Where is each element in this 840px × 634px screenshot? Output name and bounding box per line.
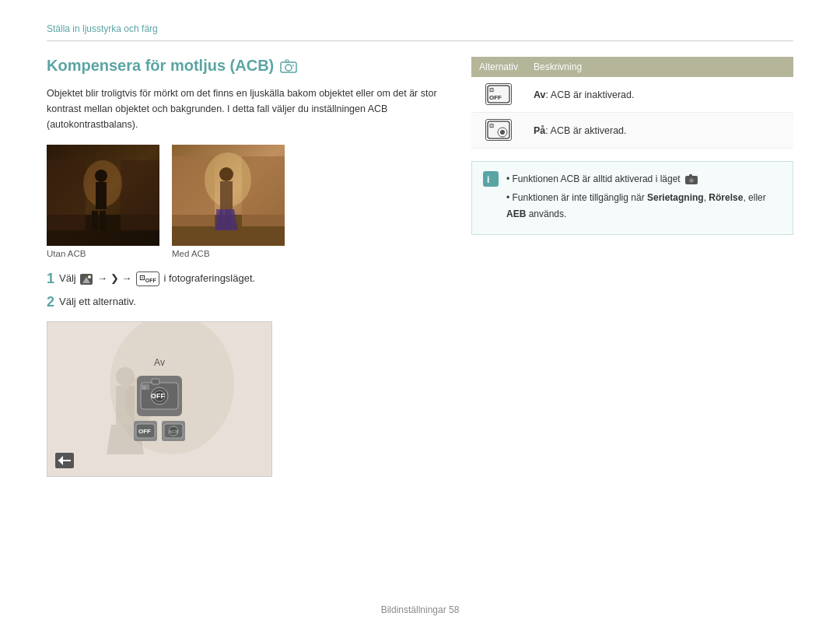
on-icon-svg: ⊡ [487,121,510,139]
note-line-1: • Funktionen ACB är alltid aktiverad i l… [506,171,782,187]
step-1: 1 Välj → ❯ → ⊡OFF [47,271,440,288]
svg-text:OFF: OFF [138,428,151,435]
step-2: 2 Välj ett alternativ. [47,294,440,311]
svg-point-18 [219,167,233,181]
table-cell-icon-on: ⊡ [471,113,526,149]
table-header-alt: Alternativ [471,57,526,77]
svg-rect-22 [225,209,232,230]
table-cell-desc-on: På: ACB är aktiverad. [526,113,793,149]
note-bold-aeb: AEB [506,208,526,219]
photo-without-acb: Utan ACB [47,145,159,258]
note-icon-wrapper: i [483,171,499,191]
camera-icon [280,59,297,73]
alternatives-table: Alternativ Beskrivning ⊡ OFF [471,57,793,149]
acb-icon-svg: OFF ⊡ [139,378,180,414]
svg-text:i: i [487,174,489,185]
left-column: Kompensera för motljus (ACB) Objektet bl… [47,57,440,477]
preview-large-acb-icon[interactable]: OFF ⊡ [137,376,182,416]
note-content: • Funktionen ACB är alltid aktiverad i l… [506,171,782,225]
svg-rect-7 [121,160,159,230]
photo-comparison: Utan ACB [47,145,440,258]
acb-off-inline-icon: ⊡OFF [139,273,156,285]
table-cell-icon-off: ⊡ OFF [471,77,526,113]
step-1-number: 1 [47,271,54,288]
pa-bold: På [534,125,545,136]
svg-text:ACB: ACB [169,429,178,434]
svg-point-25 [88,275,91,278]
camera-preview-box: Av OFF [47,321,272,477]
svg-rect-6 [47,160,86,230]
acb-on-icon: ⊡ [485,119,512,141]
svg-text:⊡: ⊡ [142,385,145,390]
svg-text:⊡: ⊡ [489,87,494,93]
svg-text:OFF: OFF [151,392,165,400]
photo-label-without: Utan ACB [47,249,159,258]
svg-point-1 [285,65,292,71]
content-row: Kompensera för motljus (ACB) Objektet bl… [47,57,793,477]
av-bold: Av [534,89,546,100]
table-row: ⊡ OFF Av: ACB är inaktiverad. [471,77,793,113]
small-on-icon-svg: ACB [163,422,184,440]
title-text: Kompensera för motljus (ACB) [47,57,274,75]
svg-rect-30 [116,386,135,425]
svg-rect-10 [96,182,107,209]
description-text: Objektet blir troligtvis för mörkt om de… [47,86,440,132]
svg-rect-11 [92,211,98,230]
svg-point-53 [500,130,505,135]
svg-rect-12 [100,211,106,230]
preview-back-button[interactable] [55,453,74,468]
svg-rect-21 [216,209,223,230]
svg-point-3 [292,65,294,66]
preview-small-icons-row: OFF ACB [134,421,185,441]
step-1-text: Välj → ❯ → ⊡OFF i fotograferingsläget. [59,271,255,286]
svg-rect-54 [483,171,499,187]
note-bold-rorelse: Rörelse [709,192,743,203]
dark-photo-svg [47,145,159,246]
svg-rect-46 [58,460,71,461]
svg-text:OFF: OFF [489,94,502,101]
svg-point-9 [95,170,107,182]
photo-with-acb: Med ACB [172,145,285,258]
page-title: Kompensera för motljus (ACB) [47,57,440,75]
note-box: i • Funktionen ACB är alltid aktiverad i… [471,161,793,235]
note-icon: i [483,171,499,187]
svg-point-59 [691,179,693,181]
step-2-text: Välj ett alternativ. [59,294,136,310]
note-camera-icon [685,174,698,185]
preview-small-icon-off[interactable]: OFF [134,421,157,441]
table-cell-desc-off: Av: ACB är inaktiverad. [526,77,793,113]
small-off-icon-svg: OFF [135,422,156,440]
svg-rect-34 [152,379,159,384]
note-bold-serietagning: Serietagning [647,192,704,203]
svg-rect-2 [285,60,289,62]
page-container: Ställa in ljusstyrka och färg Kompensera… [0,0,840,634]
pa-desc: : ACB är aktiverad. [545,125,626,136]
acb-off-icon: ⊡ OFF [485,83,512,105]
note-line-2: • Funktionen är inte tillgänglig när Ser… [506,190,782,222]
off-icon-svg: ⊡ OFF [487,85,510,103]
av-desc: : ACB är inaktiverad. [546,89,635,100]
preview-small-icon-on[interactable]: ACB [162,421,185,441]
back-arrow-icon [58,455,72,466]
svg-point-29 [116,367,135,386]
right-column: Alternativ Beskrivning ⊡ OFF [471,57,793,477]
breadcrumb: Ställa in ljusstyrka och färg [47,23,793,41]
preview-av-label: Av [154,357,165,368]
photo-label-with: Med ACB [172,249,285,258]
step-2-number: 2 [47,294,54,311]
svg-rect-19 [220,181,233,209]
table-header-desc: Beskrivning [526,57,793,77]
bright-photo-svg [172,145,285,246]
page-footer: Bildinställningar 58 [0,604,840,615]
scene-mode-icon [80,274,93,285]
steps: 1 Välj → ❯ → ⊡OFF [47,271,440,310]
table-row: ⊡ På: ACB är aktiverad. [471,113,793,149]
svg-text:⊡: ⊡ [489,123,494,128]
svg-rect-57 [689,174,692,177]
